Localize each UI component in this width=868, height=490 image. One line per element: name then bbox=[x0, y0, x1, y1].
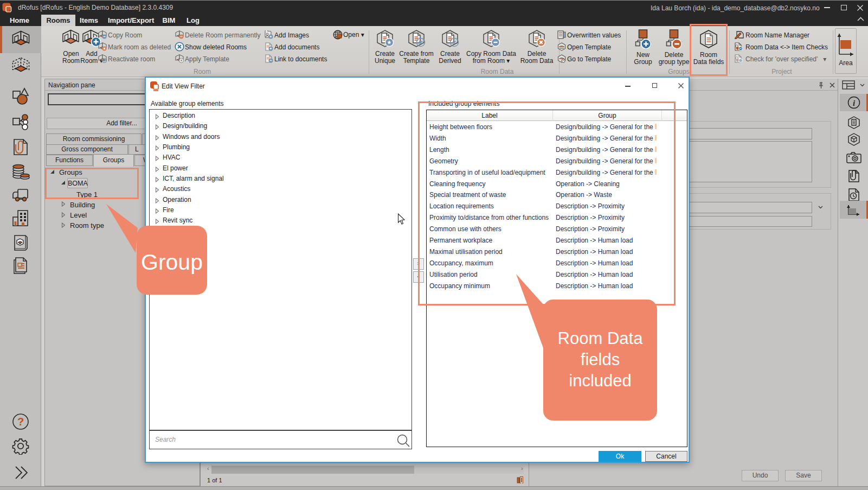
svg-text:i: i bbox=[853, 99, 856, 107]
svg-text:?: ? bbox=[17, 416, 24, 428]
